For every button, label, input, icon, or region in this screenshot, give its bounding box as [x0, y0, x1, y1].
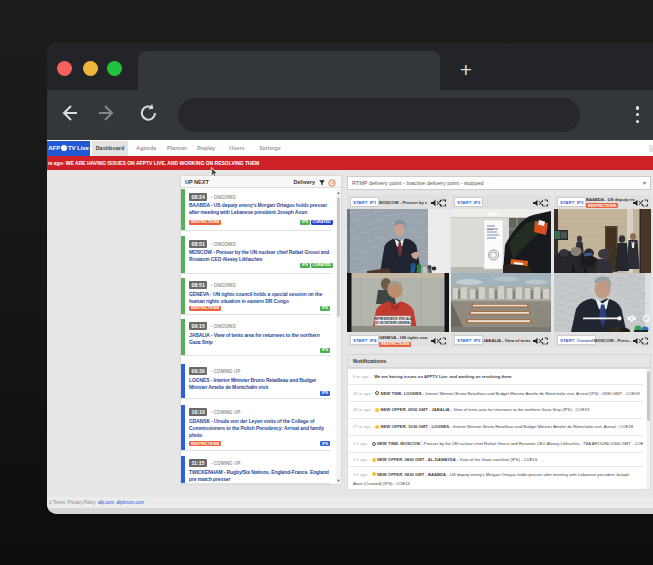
svg-text:DU SECRETAIRE GENERAL: DU SECRETAIRE GENERAL — [375, 321, 411, 325]
svg-text:REPRESENTANTE SPECIALE: REPRESENTANTE SPECIALE — [374, 317, 412, 321]
